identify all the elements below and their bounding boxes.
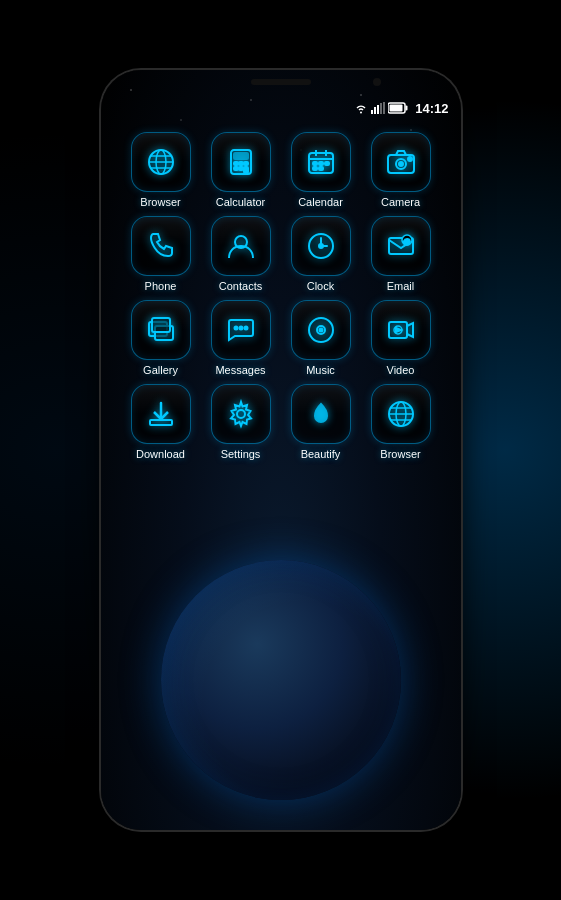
settings-icon-wrapper[interactable] (211, 384, 271, 444)
app-gallery[interactable]: Gallery (121, 300, 201, 376)
svg-rect-53 (150, 420, 172, 425)
planet (161, 560, 401, 800)
video-icon (385, 314, 417, 346)
email-icon: @ (385, 230, 417, 262)
music-icon (305, 314, 337, 346)
svg-point-47 (244, 327, 247, 330)
app-music[interactable]: Music (281, 300, 361, 376)
svg-rect-29 (319, 167, 323, 170)
svg-point-45 (234, 327, 237, 330)
app-video[interactable]: Video (361, 300, 441, 376)
calendar-icon-wrapper[interactable] (291, 132, 351, 192)
browser-icon (145, 146, 177, 178)
svg-rect-28 (313, 167, 317, 170)
calendar-label: Calendar (298, 196, 343, 208)
svg-rect-15 (234, 162, 238, 165)
front-camera (373, 78, 381, 86)
music-icon-wrapper[interactable] (291, 300, 351, 360)
svg-rect-7 (390, 105, 403, 112)
phone-icon (145, 230, 177, 262)
app-messages[interactable]: Messages (201, 300, 281, 376)
app-calendar[interactable]: Calendar (281, 132, 361, 208)
gallery-label: Gallery (143, 364, 178, 376)
phone-shell: 14:12 Browser (101, 70, 461, 830)
messages-label: Messages (215, 364, 265, 376)
browser2-label: Browser (380, 448, 420, 460)
svg-point-38 (319, 244, 323, 248)
speaker (251, 79, 311, 85)
app-phone[interactable]: Phone (121, 216, 201, 292)
beautify-icon-wrapper[interactable] (291, 384, 351, 444)
app-browser2[interactable]: Browser (361, 384, 441, 460)
email-icon-wrapper[interactable]: @ (371, 216, 431, 276)
gallery-icon-wrapper[interactable] (131, 300, 191, 360)
svg-rect-20 (244, 167, 248, 173)
svg-rect-44 (152, 318, 170, 332)
camera-icon-wrapper[interactable] (371, 132, 431, 192)
contacts-icon (225, 230, 257, 262)
settings-icon (225, 398, 257, 430)
settings-label: Settings (221, 448, 261, 460)
svg-point-32 (399, 162, 403, 166)
svg-rect-16 (239, 162, 243, 165)
svg-text:@: @ (403, 238, 410, 245)
app-browser[interactable]: Browser (121, 132, 201, 208)
app-calculator[interactable]: Calculator (201, 132, 281, 208)
status-icons: 14:12 (354, 101, 448, 116)
svg-rect-3 (380, 103, 382, 114)
svg-rect-27 (325, 162, 329, 165)
clock-label: Clock (307, 280, 335, 292)
status-time: 14:12 (415, 101, 448, 116)
svg-rect-19 (239, 167, 243, 170)
svg-point-50 (319, 329, 322, 332)
svg-point-33 (408, 157, 412, 161)
screen: 14:12 Browser (101, 70, 461, 830)
video-icon-wrapper[interactable] (371, 300, 431, 360)
beautify-label: Beautify (301, 448, 341, 460)
video-label: Video (387, 364, 415, 376)
download-label: Download (136, 448, 185, 460)
app-email[interactable]: @ Email (361, 216, 441, 292)
app-beautify[interactable]: Beautify (281, 384, 361, 460)
status-bar: 14:12 (101, 94, 461, 122)
download-icon-wrapper[interactable] (131, 384, 191, 444)
messages-icon (225, 314, 257, 346)
music-label: Music (306, 364, 335, 376)
wifi-icon (354, 101, 368, 115)
svg-point-55 (237, 410, 245, 418)
clock-icon (305, 230, 337, 262)
contacts-label: Contacts (219, 280, 262, 292)
app-download[interactable]: Download (121, 384, 201, 460)
svg-point-46 (239, 327, 242, 330)
browser-label: Browser (140, 196, 180, 208)
svg-rect-14 (234, 153, 248, 159)
camera-icon (385, 146, 417, 178)
calculator-icon-wrapper[interactable] (211, 132, 271, 192)
signal-icon (371, 102, 385, 114)
camera-label: Camera (381, 196, 420, 208)
download-icon (145, 398, 177, 430)
app-camera[interactable]: Camera (361, 132, 441, 208)
svg-rect-0 (371, 110, 373, 114)
app-clock[interactable]: Clock (281, 216, 361, 292)
phone-icon-wrapper[interactable] (131, 216, 191, 276)
svg-rect-26 (319, 162, 323, 165)
browser-icon-wrapper[interactable] (131, 132, 191, 192)
calendar-icon (305, 146, 337, 178)
clock-icon-wrapper[interactable] (291, 216, 351, 276)
messages-icon-wrapper[interactable] (211, 300, 271, 360)
top-notch (101, 70, 461, 94)
email-label: Email (387, 280, 415, 292)
contacts-icon-wrapper[interactable] (211, 216, 271, 276)
app-contacts[interactable]: Contacts (201, 216, 281, 292)
browser2-icon (385, 398, 417, 430)
calculator-label: Calculator (216, 196, 266, 208)
svg-rect-1 (374, 107, 376, 114)
calculator-icon (225, 146, 257, 178)
app-grid: Browser Calculator (101, 122, 461, 470)
svg-rect-18 (234, 167, 238, 170)
svg-rect-6 (406, 106, 408, 111)
browser2-icon-wrapper[interactable] (371, 384, 431, 444)
app-settings[interactable]: Settings (201, 384, 281, 460)
battery-icon (388, 102, 408, 114)
